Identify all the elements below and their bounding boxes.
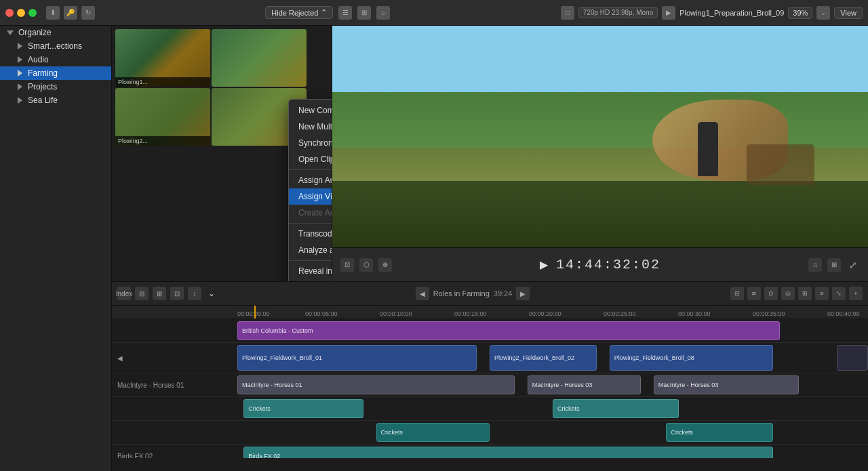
clip-appearance-icon[interactable]: ⊞	[357, 6, 371, 20]
resolution-badge: 720p HD 23.98p, Mono	[578, 7, 658, 18]
menu-item-reveal[interactable]: Reveal in Finder ⇧⌘R	[289, 263, 332, 279]
menu-item-open-clip[interactable]: Open Clip	[289, 151, 332, 167]
nav-right-icon[interactable]: ▶	[516, 287, 530, 300]
sidebar-item-audio[interactable]: Audio	[0, 53, 111, 66]
add-icon[interactable]: +	[849, 287, 863, 300]
triangle-right-icon	[15, 41, 24, 51]
timecode-display: 14:44:32:02	[556, 257, 660, 272]
sidebar-item-organize[interactable]: Organize	[0, 26, 111, 39]
minimize-button[interactable]	[17, 9, 25, 17]
menu-item-assign-audio[interactable]: Assign Audio Roles ▶	[289, 172, 332, 188]
track-lane-birds-fx: Birds FX 02 Birds FX 02	[112, 445, 868, 458]
zoom-in-icon[interactable]: ⊕	[378, 258, 392, 272]
sidebar: Organize Smart...ections Audio Farming P…	[0, 26, 112, 471]
timeline-header: Index ⊟ ⊞ ⊡ ↕ ⌄ ◀ Roles in Farming 39:24…	[112, 282, 868, 306]
nav-back-icon[interactable]: ⊟	[135, 287, 149, 300]
index-button[interactable]: Index	[117, 287, 131, 300]
close-button[interactable]	[5, 9, 14, 17]
sidebar-label-smart-collections: Smart...ections	[28, 41, 82, 51]
sidebar-item-projects[interactable]: Projects	[0, 80, 111, 94]
transform-icon[interactable]: ⬡	[359, 258, 373, 272]
sidebar-label-sea-life: Sea Life	[28, 96, 58, 105]
clip-name: Plowing1_Preparation_Broll_09	[679, 9, 784, 17]
menu-item-analyze[interactable]: Analyze and Fix...	[289, 242, 332, 258]
thumbnail-plowing2[interactable]	[212, 29, 307, 87]
sidebar-item-farming[interactable]: Farming	[0, 66, 111, 80]
track-end-marker	[837, 345, 869, 371]
sidebar-label-audio: Audio	[28, 55, 49, 64]
clip-horses-03b[interactable]: MacIntyre - Horses 03	[654, 375, 799, 394]
menu-item-transcode[interactable]: Transcode Media...	[289, 226, 332, 242]
clip-crickets-1a[interactable]: Crickets	[243, 399, 363, 418]
crop-icon[interactable]: ⊡	[340, 258, 354, 272]
zoom-chevron-icon[interactable]: ⌄	[816, 6, 830, 20]
ruler-tick-3: 00:00:15:00	[454, 310, 487, 317]
main-layout: Organize Smart...ections Audio Farming P…	[0, 26, 868, 471]
menu-label-analyze: Analyze and Fix...	[298, 245, 332, 255]
zoom-fit-icon[interactable]: ⤡	[832, 287, 846, 300]
clip-british-columbia[interactable]: British Columbia - Custom	[237, 321, 780, 340]
menu-label-synchronize: Synchronize Clips...	[298, 138, 332, 148]
clip-plowing-broll-01[interactable]: Plowing2_Fieldwork_Broll_01	[237, 345, 477, 371]
nav-arrow-icon[interactable]: ↕	[188, 287, 201, 300]
view-button[interactable]: View	[834, 7, 863, 19]
menu-item-synchronize[interactable]: Synchronize Clips... ⇧⌘G	[289, 135, 332, 151]
ruler-tick-4: 00:00:20:00	[529, 310, 561, 317]
nav-left-icon[interactable]: ◀	[416, 287, 429, 300]
zoom-button[interactable]: 39%	[788, 7, 812, 19]
menu-item-new-multicam[interactable]: New Multicam Clip...	[289, 119, 332, 135]
clip-icon[interactable]: ▶	[662, 6, 675, 20]
sidebar-item-sea-life[interactable]: Sea Life	[0, 94, 111, 107]
maximize-button[interactable]	[28, 9, 37, 17]
clip-plowing-broll-02[interactable]: Plowing2_Fieldwork_Broll_02	[490, 345, 597, 371]
nav-forward-icon[interactable]: ⊡	[170, 287, 184, 300]
clip-birds-fx[interactable]: Birds FX 02	[243, 447, 773, 458]
solo-icon[interactable]: ◎	[781, 287, 795, 300]
thumbnail-label-3: Plowing2...	[115, 136, 210, 146]
key-icon[interactable]: 🔑	[64, 6, 77, 20]
thumbnail-plowing3[interactable]: Plowing2...	[115, 88, 210, 146]
audio-icon[interactable]: ♫	[808, 258, 822, 272]
settings-icon[interactable]: □	[561, 6, 574, 20]
menu-item-assign-video[interactable]: Assign Video Roles ▶	[289, 188, 332, 205]
top-bar-right: □ 720p HD 23.98p, Mono ▶ Plowing1_Prepar…	[561, 6, 863, 20]
ruler-tick-1: 00:00:05:00	[305, 310, 338, 317]
roles-label: Roles in Farming	[433, 289, 490, 298]
sidebar-item-smart-collections[interactable]: Smart...ections	[0, 39, 111, 53]
fullscreen-icon[interactable]: ⤢	[846, 258, 860, 272]
menu-item-move-trash[interactable]: Move to Trash ⌘⌫	[289, 279, 332, 281]
clip-crickets-2b[interactable]: Crickets	[666, 423, 773, 442]
track-content-bc: British Columbia - Custom	[237, 319, 868, 342]
person-shape	[698, 122, 718, 176]
skimmer-icon[interactable]: ⊞	[798, 287, 812, 300]
nav-chevron-icon[interactable]: ⌄	[208, 289, 215, 298]
headphones-icon[interactable]: Ω	[764, 287, 778, 300]
menu-label-transcode: Transcode Media...	[298, 229, 332, 239]
hide-rejected-button[interactable]: Hide Rejected ⌃	[265, 6, 333, 19]
nav-clip-icon[interactable]: ⊞	[153, 287, 166, 300]
view-options-icon[interactable]: ☰	[338, 6, 352, 20]
clip-crickets-1b[interactable]: Crickets	[553, 399, 679, 418]
monitor-icon[interactable]: ⊞	[827, 258, 841, 272]
clip-plowing-broll-08[interactable]: Plowing2_Fieldwork_Broll_08	[610, 345, 774, 371]
traffic-lights	[5, 9, 37, 17]
clip-horses-01[interactable]: MacIntyre - Horses 01	[237, 375, 515, 394]
clip-horses-03a[interactable]: MacIntyre - Horses 03	[528, 375, 641, 394]
menu-item-new-compound[interactable]: New Compound Clip... ⌥G	[289, 102, 332, 119]
timeline-area: Index ⊟ ⊞ ⊡ ↕ ⌄ ◀ Roles in Farming 39:24…	[112, 281, 868, 471]
clip-height-icon[interactable]: ≡	[815, 287, 829, 300]
top-bar-center: Hide Rejected ⌃ ☰ ⊞ ⌕	[99, 6, 557, 20]
play-button[interactable]: ▶	[540, 258, 548, 271]
sync-icon[interactable]: ↻	[81, 6, 95, 20]
sidebar-label-organize: Organize	[18, 28, 52, 37]
audio-meters-icon[interactable]: ⊟	[730, 287, 744, 300]
track-content-birds-fx: Birds FX 02	[237, 445, 868, 458]
import-icon[interactable]: ⬇	[46, 6, 60, 20]
waveform-icon[interactable]: ≋	[747, 287, 761, 300]
clip-crickets-2a[interactable]: Crickets	[376, 423, 490, 442]
track-nav-left[interactable]: ◀	[117, 354, 123, 362]
menu-separator-1	[289, 169, 332, 170]
preview-video	[332, 26, 868, 247]
thumbnail-plowing1[interactable]: Plowing1...	[115, 29, 210, 87]
search-icon[interactable]: ⌕	[376, 6, 390, 20]
